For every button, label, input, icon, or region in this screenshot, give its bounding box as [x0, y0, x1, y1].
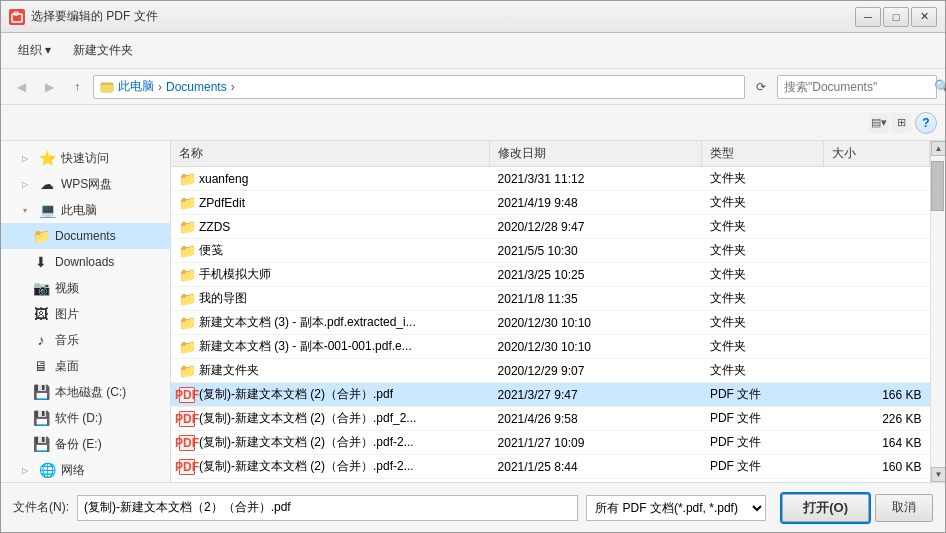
- sidebar-item-wps-cloud[interactable]: ▷ ☁ WPS网盘: [1, 171, 170, 197]
- file-date-cell: 2021/3/25 10:25: [490, 263, 702, 287]
- up-button[interactable]: ↑: [65, 75, 89, 99]
- file-size-cell: [823, 239, 929, 263]
- refresh-button[interactable]: ⟳: [749, 75, 773, 99]
- sidebar-item-videos[interactable]: 📷 视频: [1, 275, 170, 301]
- sidebar-item-pictures[interactable]: 🖼 图片: [1, 301, 170, 327]
- file-type-cell: PDF 文件: [702, 455, 823, 479]
- breadcrumb: 此电脑 › Documents ›: [93, 75, 745, 99]
- quick-access-label: 快速访问: [61, 150, 109, 167]
- expand-icon: ▷: [17, 154, 33, 163]
- file-type-cell: PDF 文件: [702, 383, 823, 407]
- col-header-type[interactable]: 类型: [702, 141, 823, 167]
- window-controls: ─ □ ✕: [855, 7, 937, 27]
- scroll-up-button[interactable]: ▲: [931, 141, 945, 156]
- file-date-cell: 2020/12/28 9:47: [490, 215, 702, 239]
- breadcrumb-pc[interactable]: 此电脑: [118, 78, 154, 95]
- help-button[interactable]: ?: [915, 112, 937, 134]
- file-name: (复制)-新建文本文档 (2)（合并）.pdf-2...: [199, 458, 414, 475]
- table-row[interactable]: PDF(复制)-新建文本文档 (2)（合并）.pdf2021/3/27 9:47…: [171, 383, 930, 407]
- close-button[interactable]: ✕: [911, 7, 937, 27]
- file-size-cell: 160 KB: [823, 455, 929, 479]
- file-type-cell: 文件夹: [702, 191, 823, 215]
- sidebar-item-network[interactable]: ▷ 🌐 网络: [1, 457, 170, 482]
- back-button[interactable]: ◀: [9, 75, 33, 99]
- soft-d-label: 软件 (D:): [55, 410, 102, 427]
- view-controls-bar: ▤▾ ⊞ ?: [1, 105, 945, 141]
- organize-button[interactable]: 组织 ▾: [9, 39, 60, 63]
- desktop-icon: 🖥: [33, 358, 49, 374]
- pictures-label: 图片: [55, 306, 79, 323]
- vertical-scrollbar[interactable]: ▲ ▼: [930, 141, 945, 482]
- sidebar-item-downloads[interactable]: ⬇ Downloads: [1, 249, 170, 275]
- sidebar-item-documents[interactable]: 📁 Documents: [1, 223, 170, 249]
- scroll-thumb[interactable]: [931, 161, 944, 211]
- sidebar-item-local-c[interactable]: 💾 本地磁盘 (C:): [1, 379, 170, 405]
- view-details-button[interactable]: ⊞: [891, 113, 911, 133]
- filename-input[interactable]: [77, 495, 578, 521]
- sidebar-item-quick-access[interactable]: ▷ ⭐ 快速访问: [1, 145, 170, 171]
- file-name-cell: 📁xuanfeng: [171, 167, 490, 191]
- table-row[interactable]: 📁我的导图2021/1/8 11:35文件夹: [171, 287, 930, 311]
- file-type-cell: 文件夹: [702, 167, 823, 191]
- pdf-icon: PDF: [179, 411, 195, 427]
- pdf-icon: PDF: [179, 459, 195, 475]
- file-size-cell: [823, 311, 929, 335]
- file-name: 我的导图: [199, 290, 247, 307]
- breadcrumb-documents[interactable]: Documents: [166, 80, 227, 94]
- wps-cloud-icon: ☁: [39, 176, 55, 192]
- view-layout-button[interactable]: ▤▾: [869, 113, 889, 133]
- sidebar-item-this-pc[interactable]: ▾ 💻 此电脑: [1, 197, 170, 223]
- file-name: 便笺: [199, 242, 223, 259]
- table-row[interactable]: 📁新建文件夹2020/12/29 9:07文件夹: [171, 359, 930, 383]
- open-button[interactable]: 打开(O): [782, 494, 869, 522]
- table-row[interactable]: 📁手机模拟大师2021/3/25 10:25文件夹: [171, 263, 930, 287]
- file-name: ZZDS: [199, 220, 230, 234]
- new-folder-button[interactable]: 新建文件夹: [64, 39, 142, 63]
- organize-label: 组织 ▾: [18, 42, 51, 59]
- file-type-cell: 文件夹: [702, 287, 823, 311]
- file-name-cell: 📁ZPdfEdit: [171, 191, 490, 215]
- quick-access-icon: ⭐: [39, 150, 55, 166]
- table-row[interactable]: 📁新建文本文档 (3) - 副本-001-001.pdf.e...2020/12…: [171, 335, 930, 359]
- table-row[interactable]: 📁ZZDS2020/12/28 9:47文件夹: [171, 215, 930, 239]
- file-dialog: 选择要编辑的 PDF 文件 ─ □ ✕ 组织 ▾ 新建文件夹 ◀ ▶ ↑ 此电脑…: [0, 0, 946, 533]
- music-icon: ♪: [33, 332, 49, 348]
- sidebar-item-music[interactable]: ♪ 音乐: [1, 327, 170, 353]
- sidebar-item-desktop[interactable]: 🖥 桌面: [1, 353, 170, 379]
- address-bar: ◀ ▶ ↑ 此电脑 › Documents › ⟳ 🔍: [1, 69, 945, 105]
- table-row[interactable]: 📁便笺2021/5/5 10:30文件夹: [171, 239, 930, 263]
- footer-buttons: 打开(O) 取消: [782, 494, 933, 522]
- search-input[interactable]: [784, 80, 934, 94]
- title-bar: 选择要编辑的 PDF 文件 ─ □ ✕: [1, 1, 945, 33]
- table-row[interactable]: 📁新建文本文档 (3) - 副本.pdf.extracted_i...2020/…: [171, 311, 930, 335]
- view-icons: ▤▾ ⊞: [869, 113, 911, 133]
- downloads-label: Downloads: [55, 255, 114, 269]
- table-row[interactable]: PDF(复制)-新建文本文档 (2)（合并）.pdf-2...2021/1/27…: [171, 431, 930, 455]
- table-row[interactable]: 📁xuanfeng2021/3/31 11:12文件夹: [171, 167, 930, 191]
- scroll-track[interactable]: [931, 156, 945, 467]
- sidebar-item-soft-d[interactable]: 💾 软件 (D:): [1, 405, 170, 431]
- file-name-cell: PDF(复制)-新建文本文档 (2)（合并）.pdf-2...: [171, 431, 490, 455]
- maximize-button[interactable]: □: [883, 7, 909, 27]
- table-row[interactable]: 📁ZPdfEdit2021/4/19 9:48文件夹: [171, 191, 930, 215]
- cancel-button[interactable]: 取消: [875, 494, 933, 522]
- filetype-select[interactable]: 所有 PDF 文档(*.pdf, *.pdf): [586, 495, 766, 521]
- table-row[interactable]: PDF(复制)-新建文本文档 (2)（合并）.pdf_2...2021/4/26…: [171, 407, 930, 431]
- file-date-cell: 2021/3/27 9:47: [490, 383, 702, 407]
- table-row[interactable]: PDF(复制)-新建文本文档 (2)（合并）.pdf-2...2021/1/25…: [171, 455, 930, 479]
- sidebar-item-backup-e[interactable]: 💾 备份 (E:): [1, 431, 170, 457]
- folder-icon: 📁: [179, 195, 195, 211]
- minimize-button[interactable]: ─: [855, 7, 881, 27]
- col-header-date[interactable]: 修改日期: [490, 141, 702, 167]
- documents-icon: 📁: [33, 228, 49, 244]
- file-name: 手机模拟大师: [199, 266, 271, 283]
- file-name-cell: 📁便笺: [171, 239, 490, 263]
- file-type-cell: 文件夹: [702, 215, 823, 239]
- file-name-cell: 📁新建文本文档 (3) - 副本-001-001.pdf.e...: [171, 335, 490, 359]
- col-header-name[interactable]: 名称: [171, 141, 490, 167]
- backup-e-icon: 💾: [33, 436, 49, 452]
- forward-button[interactable]: ▶: [37, 75, 61, 99]
- scroll-down-button[interactable]: ▼: [931, 467, 945, 482]
- col-header-size[interactable]: 大小: [823, 141, 929, 167]
- file-name: 新建文本文档 (3) - 副本.pdf.extracted_i...: [199, 314, 416, 331]
